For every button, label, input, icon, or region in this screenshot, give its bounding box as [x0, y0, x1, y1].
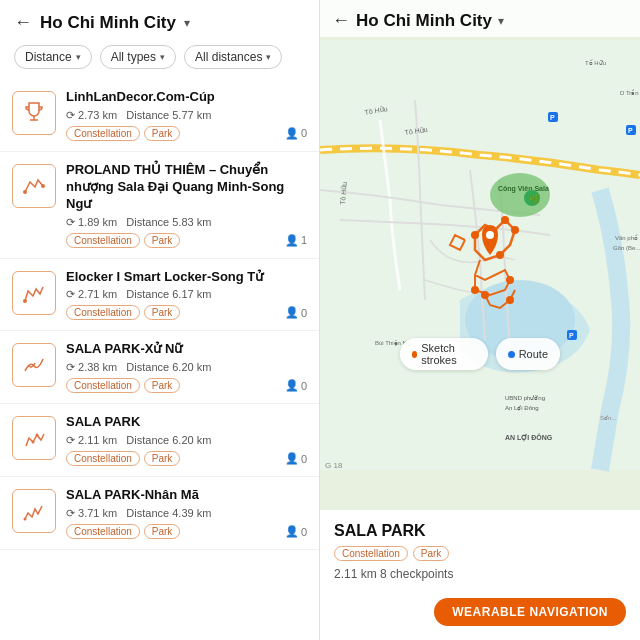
person-icon: 👤 — [285, 379, 299, 392]
svg-point-34 — [511, 226, 519, 234]
item-content: Elocker I Smart Locker-Song Tử ⟳ 2.71 km… — [66, 269, 307, 321]
svg-point-40 — [486, 231, 494, 239]
all-distances-filter[interactable]: All distances ▾ — [184, 45, 282, 69]
distance-filter[interactable]: Distance ▾ — [14, 45, 92, 69]
svg-text:🌿: 🌿 — [529, 193, 541, 205]
participants: 👤0 — [285, 452, 307, 465]
svg-point-10 — [490, 173, 550, 217]
list-item[interactable]: PROLAND THỦ THIÊM – Chuyển nhượng Sala Đ… — [0, 152, 319, 259]
svg-point-3 — [41, 184, 45, 188]
svg-point-33 — [501, 216, 509, 224]
tag: Constellation — [66, 524, 140, 539]
svg-text:Công Viên Sala: Công Viên Sala — [498, 185, 549, 193]
list-item[interactable]: SALA PARK ⟳ 2.11 km Distance 6.20 km Con… — [0, 404, 319, 477]
list-item[interactable]: SALA PARK-Nhân Mã ⟳ 3.71 km Distance 4.3… — [0, 477, 319, 550]
svg-text:Sơn...: Sơn... — [600, 415, 617, 421]
route-list: LinhLanDecor.Com-Cúp ⟳ 2.73 km Distance … — [0, 79, 319, 640]
item-name: PROLAND THỦ THIÊM – Chuyển nhượng Sala Đ… — [66, 162, 307, 213]
item-stats: ⟳ 2.71 km Distance 6.17 km — [66, 288, 307, 301]
svg-text:G 18: G 18 — [325, 461, 343, 470]
list-item[interactable]: SALA PARK-Xử Nữ ⟳ 2.38 km Distance 6.20 … — [0, 331, 319, 404]
tag: Constellation — [66, 378, 140, 393]
svg-point-7 — [24, 518, 27, 521]
loop-icon: ⟳ — [66, 216, 75, 228]
right-panel: ← Ho Chi Minh City ▾ — [320, 0, 640, 640]
item-content: LinhLanDecor.Com-Cúp ⟳ 2.73 km Distance … — [66, 89, 307, 141]
blue-dot-icon — [508, 351, 515, 358]
filter-bar: Distance ▾ All types ▾ All distances ▾ — [0, 41, 319, 79]
item-name: SALA PARK — [66, 414, 307, 431]
back-button-left[interactable]: ← — [14, 12, 32, 33]
loop-icon: ⟳ — [66, 361, 75, 373]
svg-point-36 — [471, 286, 479, 294]
map-legend: Sketch strokes Route — [400, 338, 560, 370]
tag: Park — [144, 233, 181, 248]
participants: 👤0 — [285, 127, 307, 140]
wearable-navigation-button[interactable]: WEARABLE NAVIGATION — [434, 598, 626, 626]
svg-point-2 — [23, 190, 27, 194]
item-stats: ⟳ 2.38 km Distance 6.20 km — [66, 361, 307, 374]
bottom-card-stats: 2.11 km 8 checkpoints — [334, 567, 626, 581]
item-stats: ⟳ 2.11 km Distance 6.20 km — [66, 434, 307, 447]
tag: Park — [144, 126, 181, 141]
tag: Park — [144, 524, 181, 539]
item-tags: ConstellationPark 👤1 — [66, 233, 307, 248]
list-item[interactable]: LinhLanDecor.Com-Cúp ⟳ 2.73 km Distance … — [0, 79, 319, 152]
person-icon: 👤 — [285, 525, 299, 538]
person-icon: 👤 — [285, 306, 299, 319]
item-content: SALA PARK-Xử Nữ ⟳ 2.38 km Distance 6.20 … — [66, 341, 307, 393]
bottom-card-title: SALA PARK — [334, 522, 626, 540]
svg-text:P: P — [628, 127, 633, 134]
tag: Constellation — [66, 233, 140, 248]
sketch-strokes-legend[interactable]: Sketch strokes — [400, 338, 488, 370]
left-header: ← Ho Chi Minh City ▾ — [0, 0, 319, 41]
participants: 👤0 — [285, 525, 307, 538]
tag-park: Park — [413, 546, 450, 561]
item-tags: ConstellationPark 👤0 — [66, 524, 307, 539]
participants: 👤0 — [285, 379, 307, 392]
loop-icon: ⟳ — [66, 109, 75, 121]
item-stats: ⟳ 3.71 km Distance 4.39 km — [66, 507, 307, 520]
svg-text:Gôn (Be...: Gôn (Be... — [613, 245, 640, 251]
map-svg: Công Viên Sala Tô Hữu Tô Hữu Tô Hữu D Tr… — [320, 0, 640, 510]
item-name: SALA PARK-Xử Nữ — [66, 341, 307, 358]
item-icon — [12, 91, 56, 135]
back-button-right[interactable]: ← — [332, 10, 350, 31]
bottom-card: SALA PARK Constellation Park 2.11 km 8 c… — [320, 510, 640, 640]
tag: Constellation — [66, 451, 140, 466]
tag: Park — [144, 451, 181, 466]
svg-point-38 — [481, 291, 489, 299]
tag: Constellation — [66, 305, 140, 320]
svg-point-6 — [36, 434, 39, 437]
item-tags: ConstellationPark 👤0 — [66, 378, 307, 393]
city-dropdown-left[interactable]: ▾ — [184, 16, 190, 30]
item-tags: ConstellationPark 👤0 — [66, 126, 307, 141]
person-icon: 👤 — [285, 452, 299, 465]
item-content: SALA PARK ⟳ 2.11 km Distance 6.20 km Con… — [66, 414, 307, 466]
svg-point-39 — [506, 296, 514, 304]
item-name: LinhLanDecor.Com-Cúp — [66, 89, 307, 106]
bottom-card-tags: Constellation Park — [334, 546, 626, 561]
svg-text:P: P — [550, 114, 555, 121]
item-icon — [12, 271, 56, 315]
route-legend[interactable]: Route — [496, 338, 560, 370]
item-icon — [12, 164, 56, 208]
svg-text:Tố Hữu: Tố Hữu — [585, 59, 606, 66]
item-content: SALA PARK-Nhân Mã ⟳ 3.71 km Distance 4.3… — [66, 487, 307, 539]
map-container: ← Ho Chi Minh City ▾ — [320, 0, 640, 510]
tag-constellation: Constellation — [334, 546, 408, 561]
list-item[interactable]: Elocker I Smart Locker-Song Tử ⟳ 2.71 km… — [0, 259, 319, 332]
participants: 👤1 — [285, 234, 307, 247]
loop-icon: ⟳ — [66, 507, 75, 519]
svg-point-37 — [506, 276, 514, 284]
item-tags: ConstellationPark 👤0 — [66, 451, 307, 466]
item-icon — [12, 343, 56, 387]
item-content: PROLAND THỦ THIÊM – Chuyển nhượng Sala Đ… — [66, 162, 307, 248]
tag: Park — [144, 305, 181, 320]
type-filter[interactable]: All types ▾ — [100, 45, 176, 69]
loop-icon: ⟳ — [66, 288, 75, 300]
tag: Park — [144, 378, 181, 393]
item-stats: ⟳ 1.89 km Distance 5.83 km — [66, 216, 307, 229]
svg-point-5 — [32, 441, 35, 444]
city-dropdown-right[interactable]: ▾ — [498, 14, 504, 28]
